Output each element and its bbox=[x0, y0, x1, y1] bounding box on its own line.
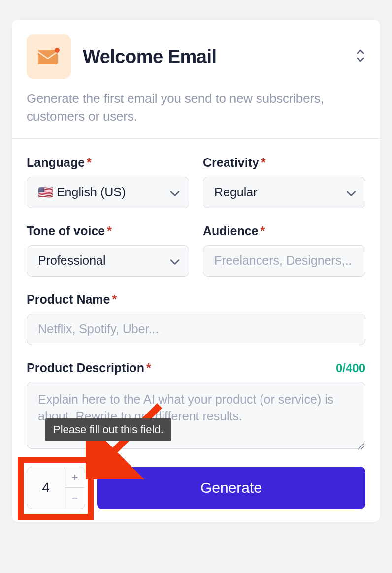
chevron-down-icon bbox=[346, 185, 356, 199]
product-description-field: Product Description* 0/400 Please fill o… bbox=[27, 361, 365, 451]
audience-field: Audience* bbox=[203, 224, 365, 277]
product-name-label-text: Product Name bbox=[27, 292, 110, 306]
required-mark: * bbox=[107, 224, 112, 238]
language-field: Language* 🇺🇸 English (US) bbox=[27, 156, 189, 208]
tone-value: Professional bbox=[38, 254, 106, 268]
chevron-down-icon bbox=[170, 254, 180, 268]
quantity-stepper: 4 + − bbox=[27, 467, 85, 509]
product-name-input[interactable] bbox=[27, 314, 365, 345]
page-title: Welcome Email bbox=[83, 46, 217, 67]
language-select[interactable]: 🇺🇸 English (US) bbox=[27, 177, 189, 208]
svg-point-1 bbox=[55, 48, 60, 53]
tone-field: Tone of voice* Professional bbox=[27, 224, 189, 277]
envelope-icon bbox=[38, 48, 60, 65]
language-label: Language* bbox=[27, 156, 189, 170]
product-name-field: Product Name* bbox=[27, 292, 365, 345]
required-mark: * bbox=[261, 156, 266, 169]
language-value: 🇺🇸 English (US) bbox=[38, 185, 126, 199]
audience-label-text: Audience bbox=[203, 224, 259, 238]
generate-button[interactable]: Generate bbox=[97, 467, 365, 509]
validation-tooltip: Please fill out this field. bbox=[45, 418, 171, 441]
action-row: 4 + − Generate bbox=[27, 467, 365, 509]
form-card: Welcome Email Generate the first email y… bbox=[12, 20, 380, 522]
chevron-up-down-icon bbox=[356, 48, 365, 63]
tone-select[interactable]: Professional bbox=[27, 245, 189, 277]
audience-label: Audience* bbox=[203, 224, 365, 238]
template-switcher[interactable] bbox=[356, 48, 365, 65]
creativity-field: Creativity* Regular bbox=[203, 156, 365, 208]
template-description: Generate the first email you send to new… bbox=[27, 90, 365, 126]
chevron-down-icon bbox=[170, 185, 180, 199]
audience-input[interactable] bbox=[203, 245, 365, 277]
language-label-text: Language bbox=[27, 156, 85, 169]
card-header: Welcome Email Generate the first email y… bbox=[12, 20, 380, 139]
quantity-value[interactable]: 4 bbox=[27, 467, 65, 509]
title-row: Welcome Email bbox=[27, 34, 365, 79]
product-description-label-text: Product Description bbox=[27, 361, 144, 375]
svg-rect-0 bbox=[38, 50, 58, 64]
required-mark: * bbox=[261, 224, 265, 238]
required-mark: * bbox=[112, 292, 117, 306]
tone-label-text: Tone of voice bbox=[27, 224, 105, 238]
product-name-label: Product Name* bbox=[27, 292, 365, 307]
template-icon-tile bbox=[27, 34, 71, 79]
creativity-value: Regular bbox=[214, 185, 258, 199]
creativity-label: Creativity* bbox=[203, 156, 365, 170]
required-mark: * bbox=[87, 156, 92, 169]
card-body: Language* 🇺🇸 English (US) Creativity* Re… bbox=[12, 139, 380, 522]
quantity-decrement[interactable]: − bbox=[65, 488, 85, 509]
required-mark: * bbox=[146, 361, 151, 375]
quantity-increment[interactable]: + bbox=[65, 467, 85, 488]
char-counter: 0/400 bbox=[336, 361, 365, 375]
tone-label: Tone of voice* bbox=[27, 224, 189, 238]
creativity-select[interactable]: Regular bbox=[203, 177, 365, 208]
creativity-label-text: Creativity bbox=[203, 156, 259, 169]
product-description-label: Product Description* bbox=[27, 361, 151, 375]
